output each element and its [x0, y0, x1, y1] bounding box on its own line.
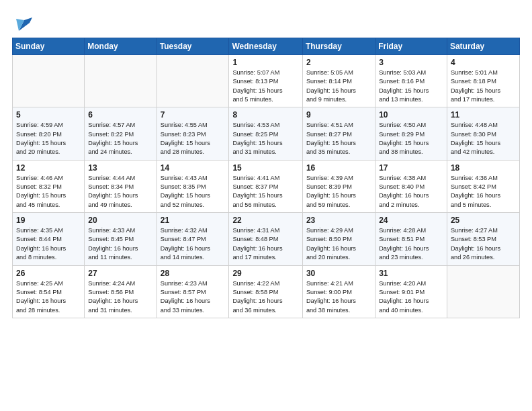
sunrise-text: Sunrise: 4:50 AM: [379, 122, 426, 128]
sunrise-text: Sunrise: 4:48 AM: [451, 122, 498, 128]
calendar-cell: 22Sunrise: 4:31 AMSunset: 8:48 PMDayligh…: [229, 213, 302, 265]
sunset-text: Sunset: 8:30 PM: [451, 131, 496, 138]
day-content: Sunrise: 4:22 AMSunset: 8:58 PMDaylight:…: [232, 279, 298, 315]
calendar-cell: 24Sunrise: 4:28 AMSunset: 8:51 PMDayligh…: [375, 213, 447, 265]
calendar-week-4: 19Sunrise: 4:35 AMSunset: 8:44 PMDayligh…: [13, 213, 520, 265]
day-content: Sunrise: 4:21 AMSunset: 9:00 PMDaylight:…: [306, 279, 371, 315]
sunrise-text: Sunrise: 4:25 AM: [16, 280, 63, 287]
daylight-text: Daylight: 16 hours: [232, 298, 282, 304]
daylight-text: Daylight: 15 hours: [451, 87, 500, 94]
day-content: Sunrise: 4:41 AMSunset: 8:37 PMDaylight:…: [232, 174, 298, 210]
logo: [12, 12, 35, 31]
day-content: Sunrise: 4:46 AMSunset: 8:32 PMDaylight:…: [16, 174, 81, 210]
sunset-text: Sunset: 8:32 PM: [16, 183, 62, 190]
daylight-text: Daylight: 16 hours: [306, 245, 356, 252]
sunset-text: Sunset: 8:42 PM: [451, 183, 496, 190]
sunrise-text: Sunrise: 4:46 AM: [16, 175, 63, 181]
day-content: Sunrise: 4:43 AMSunset: 8:35 PMDaylight:…: [161, 174, 226, 210]
day-content: Sunrise: 4:53 AMSunset: 8:25 PMDaylight:…: [232, 121, 298, 156]
day-number: 2: [306, 58, 371, 67]
sunrise-text: Sunrise: 5:07 AM: [232, 69, 279, 76]
sunset-text: Sunset: 8:45 PM: [88, 236, 134, 242]
calendar-cell: 13Sunrise: 4:44 AMSunset: 8:34 PMDayligh…: [85, 160, 157, 212]
day-content: Sunrise: 4:31 AMSunset: 8:48 PMDaylight:…: [232, 226, 298, 262]
daylight-text: Daylight: 15 hours: [306, 87, 356, 94]
day-content: Sunrise: 5:05 AMSunset: 8:14 PMDaylight:…: [306, 68, 371, 104]
weekday-header-friday: Friday: [375, 38, 447, 55]
daylight-text: and 45 minutes.: [16, 201, 60, 208]
calendar-cell: 12Sunrise: 4:46 AMSunset: 8:32 PMDayligh…: [13, 160, 85, 212]
day-number: 14: [161, 163, 226, 173]
calendar-cell: 25Sunrise: 4:27 AMSunset: 8:53 PMDayligh…: [447, 213, 519, 265]
day-content: Sunrise: 5:01 AMSunset: 8:18 PMDaylight:…: [451, 68, 516, 104]
calendar-cell: 8Sunrise: 4:53 AMSunset: 8:25 PMDaylight…: [229, 107, 302, 160]
daylight-text: and 33 minutes.: [161, 307, 204, 314]
calendar-cell: 27Sunrise: 4:24 AMSunset: 8:56 PMDayligh…: [85, 265, 157, 318]
calendar-cell: 19Sunrise: 4:35 AMSunset: 8:44 PMDayligh…: [13, 213, 85, 265]
daylight-text: and 49 minutes.: [88, 201, 132, 208]
day-number: 18: [451, 163, 516, 173]
day-content: Sunrise: 4:50 AMSunset: 8:29 PMDaylight:…: [379, 121, 443, 156]
sunset-text: Sunset: 8:22 PM: [88, 131, 134, 138]
day-content: Sunrise: 4:38 AMSunset: 8:40 PMDaylight:…: [379, 174, 443, 210]
daylight-text: Daylight: 16 hours: [232, 245, 282, 252]
day-number: 25: [451, 216, 516, 225]
daylight-text: and 38 minutes.: [306, 307, 350, 314]
sunset-text: Sunset: 8:56 PM: [88, 289, 134, 295]
calendar-cell: 18Sunrise: 4:36 AMSunset: 8:42 PMDayligh…: [447, 160, 519, 212]
calendar-cell: 31Sunrise: 4:20 AMSunset: 9:01 PMDayligh…: [375, 265, 447, 318]
day-content: Sunrise: 4:48 AMSunset: 8:30 PMDaylight:…: [451, 121, 516, 156]
daylight-text: and 52 minutes.: [161, 201, 204, 208]
day-content: Sunrise: 4:59 AMSunset: 8:20 PMDaylight:…: [16, 121, 81, 156]
daylight-text: and 42 minutes.: [451, 148, 494, 155]
day-number: 9: [306, 110, 371, 120]
sunset-text: Sunset: 8:48 PM: [232, 236, 278, 242]
sunset-text: Sunset: 8:51 PM: [379, 236, 425, 242]
daylight-text: Daylight: 15 hours: [379, 87, 429, 94]
daylight-text: Daylight: 15 hours: [232, 192, 282, 199]
day-content: Sunrise: 4:23 AMSunset: 8:57 PMDaylight:…: [161, 279, 226, 315]
sunset-text: Sunset: 8:27 PM: [306, 131, 352, 138]
daylight-text: and 5 minutes.: [451, 201, 491, 208]
calendar-cell: 1Sunrise: 5:07 AMSunset: 8:13 PMDaylight…: [229, 55, 302, 107]
weekday-header-row: SundayMondayTuesdayWednesdayThursdayFrid…: [13, 38, 520, 55]
sunrise-text: Sunrise: 4:33 AM: [88, 227, 135, 234]
sunrise-text: Sunrise: 4:51 AM: [306, 122, 353, 128]
day-number: 21: [161, 216, 226, 225]
sunrise-text: Sunrise: 5:03 AM: [379, 69, 426, 76]
day-content: Sunrise: 4:24 AMSunset: 8:56 PMDaylight:…: [88, 279, 152, 315]
day-content: Sunrise: 4:36 AMSunset: 8:42 PMDaylight:…: [451, 174, 516, 210]
day-number: 19: [16, 216, 81, 225]
daylight-text: and 35 minutes.: [306, 148, 350, 155]
daylight-text: Daylight: 16 hours: [88, 298, 138, 304]
daylight-text: Daylight: 15 hours: [232, 140, 282, 146]
daylight-text: Daylight: 16 hours: [451, 192, 500, 199]
daylight-text: Daylight: 15 hours: [306, 192, 356, 199]
daylight-text: Daylight: 15 hours: [379, 140, 429, 146]
daylight-text: Daylight: 15 hours: [161, 140, 210, 146]
calendar-cell: 14Sunrise: 4:43 AMSunset: 8:35 PMDayligh…: [157, 160, 229, 212]
day-content: Sunrise: 4:25 AMSunset: 8:54 PMDaylight:…: [16, 279, 81, 315]
weekday-header-thursday: Thursday: [302, 38, 375, 55]
sunset-text: Sunset: 8:18 PM: [451, 78, 496, 85]
daylight-text: and 13 minutes.: [379, 96, 423, 103]
daylight-text: Daylight: 15 hours: [451, 140, 500, 146]
weekday-header-wednesday: Wednesday: [229, 38, 302, 55]
sunrise-text: Sunrise: 4:53 AM: [232, 122, 279, 128]
calendar-cell: 20Sunrise: 4:33 AMSunset: 8:45 PMDayligh…: [85, 213, 157, 265]
day-content: Sunrise: 4:57 AMSunset: 8:22 PMDaylight:…: [88, 121, 152, 156]
day-number: 23: [306, 216, 371, 225]
sunset-text: Sunset: 8:58 PM: [232, 289, 278, 295]
day-content: Sunrise: 4:51 AMSunset: 8:27 PMDaylight:…: [306, 121, 371, 156]
sunrise-text: Sunrise: 4:29 AM: [306, 227, 353, 234]
calendar-cell: 2Sunrise: 5:05 AMSunset: 8:14 PMDaylight…: [302, 55, 375, 107]
day-number: 30: [306, 269, 371, 278]
daylight-text: Daylight: 16 hours: [306, 298, 356, 304]
sunset-text: Sunset: 8:14 PM: [306, 78, 352, 85]
calendar-cell: 7Sunrise: 4:55 AMSunset: 8:23 PMDaylight…: [157, 107, 229, 160]
sunrise-text: Sunrise: 4:22 AM: [232, 280, 279, 287]
calendar-cell: 21Sunrise: 4:32 AMSunset: 8:47 PMDayligh…: [157, 213, 229, 265]
day-content: Sunrise: 4:29 AMSunset: 8:50 PMDaylight:…: [306, 226, 371, 262]
daylight-text: and 8 minutes.: [16, 254, 56, 261]
daylight-text: and 17 minutes.: [451, 96, 494, 103]
